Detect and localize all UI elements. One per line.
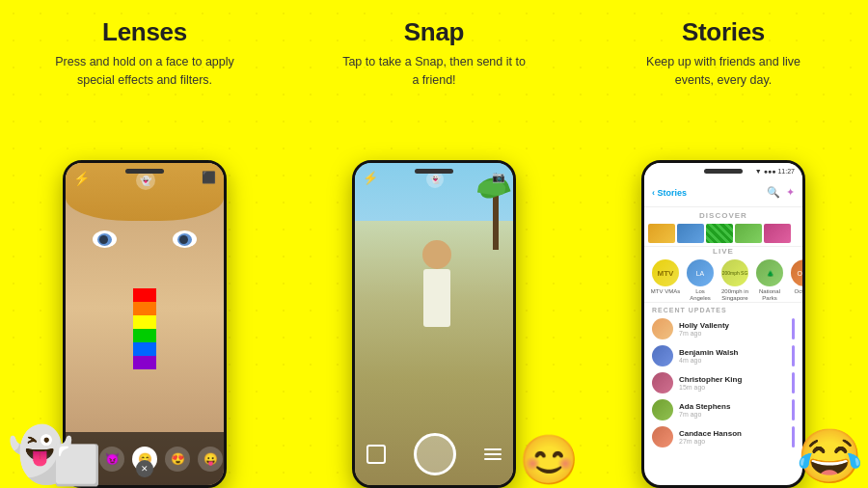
snap-phone: ⚡ 👻 📷 <box>352 160 516 488</box>
main-layout: Lenses Press and hold on a face to apply… <box>0 0 868 488</box>
rainbow <box>133 288 156 369</box>
ada-time: 7m ago <box>679 411 786 418</box>
update-holly[interactable]: Holly Vallenty 7m ago <box>644 315 802 342</box>
camera-switch-icon[interactable]: ⬛ <box>202 171 216 190</box>
discover-tile-1[interactable] <box>648 224 675 243</box>
menu-line-2 <box>484 453 502 455</box>
snap-flash-icon[interactable]: ⚡ <box>363 171 378 188</box>
discover-section: DISCOVER <box>644 207 802 243</box>
benjamin-bar <box>792 345 795 366</box>
recent-updates-label: RECENT UPDATES <box>644 302 802 315</box>
discover-tile-3[interactable] <box>706 224 733 243</box>
close-lens-btn[interactable]: ✕ <box>136 460 153 477</box>
stories-header-actions: 🔍 ✦ <box>767 186 795 199</box>
ada-bar <box>792 399 795 420</box>
lenses-desc: Press and hold on a face to apply specia… <box>48 53 241 90</box>
person-head <box>422 240 451 269</box>
lenses-title: Lenses <box>102 17 187 47</box>
discover-tile-4[interactable] <box>735 224 762 243</box>
chat-icon[interactable] <box>484 448 502 460</box>
ghost-small-icon: 👻 <box>140 176 151 186</box>
live-mtv[interactable]: MTV MTV VMAs <box>650 259 681 302</box>
christopher-name: Christopher King <box>679 375 786 384</box>
christopher-time: 15m ago <box>679 384 786 391</box>
stories-desc: Keep up with friends and live events, ev… <box>627 53 820 90</box>
ada-name: Ada Stephens <box>679 402 786 411</box>
benjamin-time: 4m ago <box>679 357 786 364</box>
ghost-deco-mid: 😊 <box>519 432 579 488</box>
x-icon: ✕ <box>141 464 149 474</box>
discover-tiles <box>644 224 802 243</box>
flash-icon[interactable]: ⚡ <box>73 171 90 190</box>
memories-btn[interactable] <box>366 445 386 464</box>
christopher-bar <box>792 372 795 393</box>
discover-label: DISCOVER <box>644 211 802 220</box>
snap-phone-wrapper: ⚡ 👻 📷 <box>289 103 579 489</box>
holly-bar <box>792 318 795 339</box>
sg-label: 200mph in Singapore <box>719 288 750 302</box>
la-label: Los Angeles <box>685 288 716 302</box>
status-bar: ▼ ●●● 11:27 <box>644 163 802 178</box>
live-section: LIVE MTV MTV VMAs LA <box>644 246 802 302</box>
capture-button[interactable] <box>414 433 456 475</box>
snap-bottom-bar <box>355 433 513 475</box>
candace-bar <box>792 426 795 447</box>
ada-info: Ada Stephens 7m ago <box>679 402 786 418</box>
benjamin-info: Benjamin Walsh 4m ago <box>679 348 786 364</box>
stories-back-btn[interactable]: ‹ Stories <box>652 188 687 198</box>
mtv-label: MTV VMAs <box>650 288 681 295</box>
holly-name: Holly Vallenty <box>679 321 786 330</box>
live-parks[interactable]: 🌲 National Parks <box>754 259 785 302</box>
christopher-info: Christopher King 15m ago <box>679 375 786 391</box>
snap-top-bar: ⚡ 👻 📷 <box>355 171 513 188</box>
update-candace[interactable]: Candace Hanson 27m ago <box>644 423 802 450</box>
stories-section: Stories Keep up with friends and live ev… <box>579 0 868 488</box>
discover-tile-2[interactable] <box>677 224 704 243</box>
stories-add-icon[interactable]: ✦ <box>786 186 795 199</box>
candace-avatar <box>652 426 673 447</box>
stories-search-icon[interactable]: 🔍 <box>767 186 780 199</box>
stories-title: Stories <box>682 17 765 47</box>
oct-label: Octob... <box>789 288 802 295</box>
live-sg[interactable]: 200mph SG 200mph in Singapore <box>719 259 750 302</box>
update-ada[interactable]: Ada Stephens 7m ago <box>644 396 802 423</box>
live-la[interactable]: LA Los Angeles <box>685 259 716 302</box>
snap-camera-icon[interactable]: 📷 <box>492 171 505 188</box>
candace-name: Candace Hanson <box>679 429 786 438</box>
ada-avatar <box>652 399 673 420</box>
snap-desc: Tap to take a Snap, then send it to a fr… <box>338 53 530 90</box>
ghost-btn[interactable]: 👻 <box>136 171 155 190</box>
update-benjamin[interactable]: Benjamin Walsh 4m ago <box>644 342 802 369</box>
stories-header: ‹ Stories 🔍 ✦ <box>644 178 802 207</box>
emoji-heart[interactable]: 😍 <box>165 447 190 472</box>
benjamin-name: Benjamin Walsh <box>679 348 786 357</box>
live-oct[interactable]: OCT Octob... <box>789 259 802 302</box>
signal-icon: ●●● <box>764 168 776 175</box>
snap-ghost-icon: 👻 <box>430 175 441 184</box>
battery-icon: 11:27 <box>777 168 795 175</box>
benjamin-avatar <box>652 345 673 366</box>
emoji-tongue[interactable]: 😛 <box>198 447 223 472</box>
wifi-icon: ▼ <box>755 168 762 175</box>
holly-time: 7m ago <box>679 330 786 337</box>
candace-info: Candace Hanson 27m ago <box>679 429 786 445</box>
person-body <box>423 269 450 327</box>
lenses-section: Lenses Press and hold on a face to apply… <box>0 0 289 488</box>
lenses-phone: ⚡ 👻 ⬛ 😢 😈 😊 😍 😛 <box>63 160 227 488</box>
emoji-devil[interactable]: 😈 <box>99 447 124 472</box>
holly-info: Holly Vallenty 7m ago <box>679 321 786 337</box>
stories-phone: ▼ ●●● 11:27 ‹ Stories 🔍 ✦ DISCO <box>641 160 805 488</box>
menu-line-3 <box>484 458 502 460</box>
snap-section: Snap Tap to take a Snap, then send it to… <box>289 0 579 488</box>
live-label: LIVE <box>644 247 802 256</box>
lenses-screen: ⚡ 👻 ⬛ 😢 😈 😊 😍 😛 <box>66 163 224 485</box>
parks-label: National Parks <box>754 288 785 302</box>
recent-updates-section: RECENT UPDATES Holly Vallenty 7m ago <box>644 302 802 450</box>
update-christopher[interactable]: Christopher King 15m ago <box>644 369 802 396</box>
right-eye <box>173 230 197 248</box>
lenses-top-bar: ⚡ 👻 ⬛ <box>66 171 224 190</box>
candace-time: 27m ago <box>679 438 786 445</box>
snap-screen: ⚡ 👻 📷 <box>355 163 513 485</box>
discover-tile-5[interactable] <box>764 224 791 243</box>
snap-ghost-btn[interactable]: 👻 <box>426 171 444 188</box>
